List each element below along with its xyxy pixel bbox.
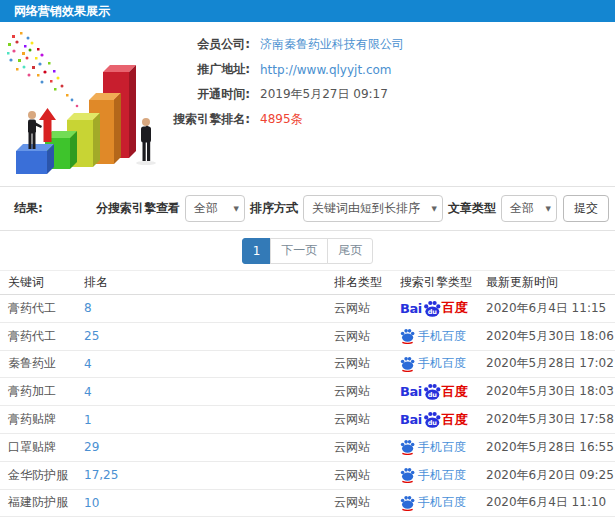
sort-filter-select[interactable]: 关键词由短到长排序 ▼: [303, 195, 443, 222]
info-row-url: 推广地址: http://www.qlyyjt.com: [158, 57, 404, 82]
sort-filter-label: 排序方式: [250, 200, 298, 217]
page-1-button[interactable]: 1: [242, 238, 272, 264]
chevron-down-icon: ▼: [432, 205, 437, 213]
mobile-baidu-paw-icon: [400, 356, 415, 372]
keyword-cell: 口罩贴牌: [0, 439, 84, 456]
engine-cell: Baidu百度: [400, 411, 486, 429]
sort-filter-value: 关键词由短到长排序: [312, 200, 420, 217]
keyword-cell: 膏药代工: [0, 300, 84, 317]
mobile-baidu-logo: 手机百度: [400, 328, 466, 345]
table-row: 膏药贴牌 1 云网站 Baidu百度 2020年5月30日 17:58: [0, 406, 615, 434]
baidu-logo: Baidu百度: [400, 383, 468, 401]
engine-cell: 手机百度: [400, 355, 486, 372]
rank-link[interactable]: 17,25: [84, 468, 334, 482]
chevron-down-icon: ▼: [546, 205, 551, 213]
engine-cell: 手机百度: [400, 439, 486, 456]
article-filter-select[interactable]: 全部 ▼: [501, 195, 557, 222]
engine-filter-select[interactable]: 全部 ▼: [185, 195, 245, 222]
last-page-button[interactable]: 尾页: [327, 238, 373, 264]
rank-type-cell: 云网站: [334, 439, 400, 456]
updated-cell: 2020年5月28日 16:55: [486, 439, 615, 456]
rank-link[interactable]: 8: [84, 301, 334, 315]
updated-cell: 2020年6月20日 09:25: [486, 467, 615, 484]
title-bar: 网络营销效果展示: [0, 0, 615, 22]
company-info-list: 会员公司: 济南秦鲁药业科技有限公司 推广地址: http://www.qlyy…: [158, 32, 404, 132]
baidu-logo: Baidu百度: [400, 299, 468, 317]
svg-text:du: du: [427, 419, 437, 427]
mobile-baidu-paw-icon: [400, 328, 415, 344]
rank-link[interactable]: 25: [84, 329, 334, 343]
rank-type-cell: 云网站: [334, 467, 400, 484]
mobile-baidu-logo: 手机百度: [400, 355, 466, 372]
rank-link[interactable]: 4: [84, 357, 334, 371]
engine-filter-value: 全部: [194, 200, 218, 217]
filter-bar: 结果: 分搜索引擎查看 全部 ▼ 排序方式 关键词由短到长排序 ▼ 文章类型 全…: [0, 186, 615, 231]
rank-link[interactable]: 29: [84, 440, 334, 454]
table-header-row: 关键词 排名 排名类型 搜索引擎类型 最新更新时间: [0, 270, 615, 295]
engine-cell: Baidu百度: [400, 299, 486, 317]
marketing-results-page: 网络营销效果展示: [0, 0, 615, 520]
keyword-cell: 膏药贴牌: [0, 411, 84, 428]
header-keyword: 关键词: [0, 274, 84, 291]
rank-link[interactable]: 1: [84, 413, 334, 427]
info-row-company: 会员公司: 济南秦鲁药业科技有限公司: [158, 32, 404, 57]
rank-type-cell: 云网站: [334, 300, 400, 317]
promo-url-label: 推广地址:: [158, 61, 250, 78]
baidu-logo: Baidu百度: [400, 411, 468, 429]
rank-link[interactable]: 10: [84, 496, 334, 510]
rank-type-cell: 云网站: [334, 383, 400, 400]
open-time-label: 开通时间:: [158, 86, 250, 103]
company-name-link[interactable]: 济南秦鲁药业科技有限公司: [260, 36, 404, 53]
mobile-baidu-logo: 手机百度: [400, 439, 466, 456]
rank-type-cell: 云网站: [334, 328, 400, 345]
rank-type-cell: 云网站: [334, 494, 400, 511]
company-label: 会员公司:: [158, 36, 250, 53]
businessman-right: [136, 118, 156, 165]
next-page-button[interactable]: 下一页: [270, 238, 328, 264]
profile-section: 会员公司: 济南秦鲁药业科技有限公司 推广地址: http://www.qlyy…: [0, 22, 615, 186]
growth-chart-image: [4, 30, 174, 178]
table-row: 膏药加工 4 云网站 Baidu百度 2020年5月30日 18:03: [0, 378, 615, 406]
table-row: 福建防护服 10 云网站 手机百度 2020年6月4日 11:10: [0, 490, 615, 518]
header-rank: 排名: [84, 274, 334, 291]
keyword-cell: 膏药加工: [0, 383, 84, 400]
baidu-paw-icon: du: [423, 300, 441, 317]
businessman-left: [28, 111, 42, 149]
rank-link[interactable]: 4: [84, 385, 334, 399]
confetti-decoration: [7, 32, 78, 107]
rank-type-cell: 云网站: [334, 411, 400, 428]
updated-cell: 2020年5月30日 18:06: [486, 328, 615, 345]
results-section-label: 结果:: [14, 200, 43, 217]
pagination-zone: 1 下一页 尾页: [0, 231, 615, 270]
filter-controls: 分搜索引擎查看 全部 ▼ 排序方式 关键词由短到长排序 ▼ 文章类型 全部 ▼ …: [91, 195, 609, 222]
rank-type-cell: 云网站: [334, 355, 400, 372]
header-updated: 最新更新时间: [486, 274, 615, 291]
engine-filter-label: 分搜索引擎查看: [96, 200, 180, 217]
updated-cell: 2020年5月28日 17:02: [486, 355, 615, 372]
keyword-cell: 秦鲁药业: [0, 355, 84, 372]
engine-cell: 手机百度: [400, 328, 486, 345]
table-row: 秦鲁药业 4 云网站 手机百度 2020年5月28日 17:02: [0, 351, 615, 379]
rank-count-label: 搜索引擎排名:: [158, 111, 250, 128]
open-time-value: 2019年5月27日 09:17: [260, 86, 388, 103]
updated-cell: 2020年6月4日 11:15: [486, 300, 615, 317]
submit-button[interactable]: 提交: [563, 195, 609, 222]
info-row-rank-count: 搜索引擎排名: 4895条: [158, 107, 404, 132]
baidu-paw-icon: du: [423, 383, 441, 400]
engine-cell: 手机百度: [400, 467, 486, 484]
table-row: 膏药代工 8 云网站 Baidu百度 2020年6月4日 11:15: [0, 295, 615, 323]
baidu-paw-icon: du: [423, 411, 441, 428]
mobile-baidu-paw-icon: [400, 495, 415, 511]
updated-cell: 2020年5月30日 17:58: [486, 411, 615, 428]
updated-cell: 2020年5月30日 18:03: [486, 383, 615, 400]
keyword-cell: 膏药代工: [0, 328, 84, 345]
rank-count-value: 4895条: [260, 111, 303, 128]
updated-cell: 2020年6月4日 11:10: [486, 494, 615, 511]
mobile-baidu-logo: 手机百度: [400, 467, 466, 484]
engine-cell: Baidu百度: [400, 383, 486, 401]
header-rank-type: 排名类型: [334, 274, 400, 291]
article-filter-value: 全部: [510, 200, 534, 217]
mobile-baidu-logo: 手机百度: [400, 494, 466, 511]
promo-url-link[interactable]: http://www.qlyyjt.com: [260, 63, 392, 77]
mobile-baidu-paw-icon: [400, 467, 415, 483]
